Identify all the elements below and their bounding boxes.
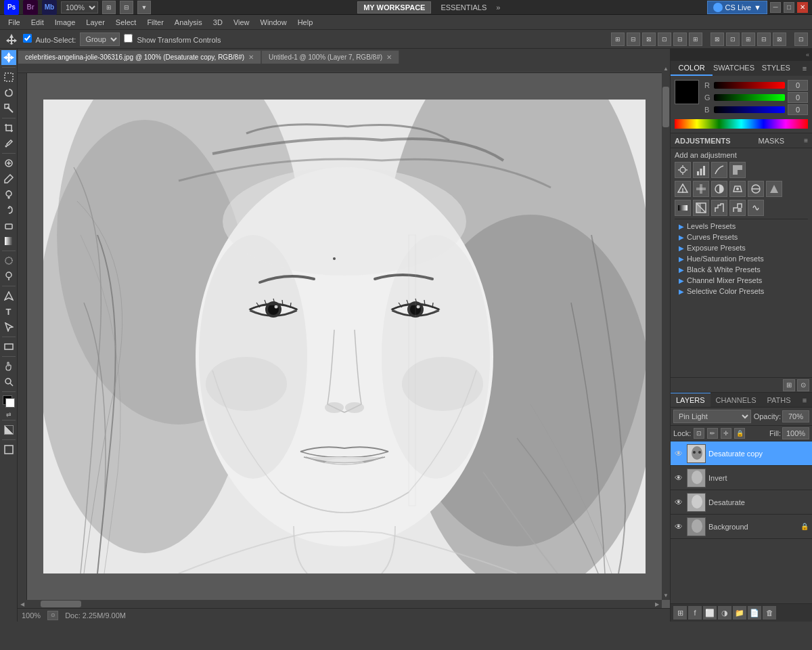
cs-live-button[interactable]: CS Live ▼ [707, 1, 767, 14]
marquee-tool[interactable] [1, 70, 16, 85]
gradient-adj-icon[interactable] [675, 200, 691, 216]
panel-collapse-icon[interactable]: « [806, 51, 809, 58]
lasso-tool[interactable] [1, 85, 16, 100]
menu-3d[interactable]: 3D [208, 17, 228, 28]
color-panel-menu-btn[interactable]: ≡ [797, 61, 812, 76]
scroll-left-btn[interactable]: ◀ [18, 600, 27, 608]
tab-paths[interactable]: PATHS [762, 393, 796, 407]
align-right-icon[interactable]: ⊠ [642, 32, 656, 46]
fill-input[interactable] [782, 427, 809, 439]
auto-select-checkbox[interactable] [23, 34, 32, 43]
spectrum-bar[interactable] [675, 119, 808, 129]
swap-colors[interactable]: ⇄ [6, 411, 12, 418]
invert-adj-icon[interactable] [693, 200, 709, 216]
curves-adj-icon[interactable] [711, 162, 727, 178]
panel-eye-icon[interactable]: ⊙ [797, 379, 809, 391]
align-top-icon[interactable]: ⊡ [658, 32, 671, 46]
eyedropper-tool[interactable] [1, 136, 16, 151]
h-scrollbar[interactable]: ◀ ▶ [18, 600, 662, 608]
align-center-h-icon[interactable]: ⊟ [627, 32, 640, 46]
align-bottom-icon[interactable]: ⊞ [689, 32, 702, 46]
move-tool[interactable] [1, 50, 16, 65]
fg-bg-colors[interactable] [1, 394, 16, 409]
panel-link-icon[interactable]: ⊞ [783, 379, 795, 391]
lock-paint-icon[interactable]: ✏ [707, 428, 718, 439]
spot-healing-tool[interactable] [1, 156, 16, 171]
tab-styles[interactable]: STYLES [755, 61, 797, 76]
my-workspace-button[interactable]: MY WORKSPACE [357, 1, 431, 14]
crop-tool[interactable] [1, 121, 16, 135]
layer-desaturate-copy[interactable]: 👁 Desaturate copy [671, 441, 812, 466]
selectivecolor-adj-icon[interactable] [766, 181, 782, 197]
tab-angelina[interactable]: celebrities-angelina-jolie-306316.jpg @ … [18, 50, 261, 64]
quick-mask-tool[interactable] [1, 422, 16, 437]
adjustments-menu-btn[interactable]: ≡ [804, 137, 808, 144]
v-scrollbar[interactable]: ▲ ▼ [662, 64, 670, 600]
b-value-input[interactable] [788, 104, 808, 115]
colorbalance-adj-icon[interactable] [693, 181, 709, 197]
br-logo[interactable]: Br [23, 0, 38, 15]
auto-align-icon[interactable]: ⊡ [794, 32, 808, 46]
text-tool[interactable]: T [1, 304, 16, 319]
menu-edit[interactable]: Edit [26, 17, 49, 28]
tab-channels[interactable]: CHANNELS [710, 393, 762, 407]
menu-filter[interactable]: Filter [141, 17, 168, 28]
exposure-adj-icon[interactable] [729, 162, 746, 178]
layer-visibility-desaturate-copy[interactable]: 👁 [673, 448, 684, 459]
adj-levels-presets[interactable]: ▶ Levels Presets [675, 221, 808, 232]
r-value-input[interactable] [788, 80, 808, 91]
new-adj-layer-btn[interactable]: ◑ [718, 606, 731, 620]
extend-btn[interactable]: » [496, 3, 500, 12]
hand-tool[interactable] [1, 359, 16, 374]
scroll-up-btn[interactable]: ▲ [662, 64, 670, 73]
layer-visibility-invert[interactable]: 👁 [673, 473, 684, 483]
menu-help[interactable]: Help [292, 17, 319, 28]
maximize-button[interactable]: □ [784, 2, 794, 13]
extras-icon[interactable]: ▼ [137, 1, 151, 14]
lock-all-icon[interactable]: 🔒 [734, 428, 745, 439]
tab-close-angelina[interactable]: ✕ [248, 53, 254, 61]
show-transform-checkbox[interactable] [124, 34, 133, 43]
adj-huesat-presets[interactable]: ▶ Hue/Saturation Presets [675, 253, 808, 264]
canvas-content[interactable] [27, 73, 662, 600]
delete-layer-btn[interactable]: 🗑 [763, 606, 776, 620]
zoom-tool[interactable] [1, 374, 16, 389]
masks-tab[interactable]: MASKS [759, 137, 785, 145]
eraser-tool[interactable] [1, 218, 16, 233]
layers-panel-menu-btn[interactable]: ≡ [797, 393, 812, 408]
history-brush-tool[interactable] [1, 202, 16, 217]
lock-transparent-icon[interactable]: ⊡ [694, 428, 704, 439]
tab-color[interactable]: COLOR [671, 61, 713, 76]
auto-select-dropdown[interactable]: Group Layer [80, 32, 120, 46]
add-mask-btn[interactable]: ⬜ [703, 606, 717, 620]
layer-visibility-background[interactable]: 👁 [673, 521, 684, 532]
distribute-v-icon[interactable]: ⊡ [726, 32, 740, 46]
distribute-gap-v-icon[interactable]: ⊟ [757, 32, 771, 46]
blend-mode-dropdown[interactable]: Pin Light Normal Multiply Screen Overlay… [673, 410, 751, 423]
dodge-tool[interactable] [1, 269, 16, 284]
g-slider[interactable] [714, 94, 785, 101]
gradient-tool[interactable] [1, 234, 16, 248]
scroll-down-btn[interactable]: ▼ [662, 590, 670, 600]
layer-desaturate[interactable]: 👁 Desaturate [671, 490, 812, 515]
b-slider[interactable] [714, 106, 785, 113]
huesat-adj-icon[interactable] [675, 181, 691, 197]
scroll-right-btn[interactable]: ▶ [652, 600, 662, 608]
threshold-adj-icon[interactable] [729, 200, 746, 216]
zoom-select[interactable]: 100% 50% 200% [61, 1, 98, 14]
path-selection-tool[interactable] [1, 320, 16, 334]
layer-invert[interactable]: 👁 Invert [671, 466, 812, 490]
layer-visibility-desaturate[interactable]: 👁 [673, 497, 684, 508]
adj-bw-presets[interactable]: ▶ Black & White Presets [675, 264, 808, 275]
menu-view[interactable]: View [228, 17, 255, 28]
lock-position-icon[interactable]: ✛ [721, 428, 731, 439]
brush-tool[interactable] [1, 171, 16, 186]
shape-tool[interactable] [1, 339, 16, 354]
adj-selectivecolor-presets[interactable]: ▶ Selective Color Presets [675, 286, 808, 297]
arrange-icon[interactable]: ⊟ [120, 1, 133, 14]
distribute-gap-h-icon[interactable]: ⊞ [742, 32, 755, 46]
screen-mode-tool[interactable] [1, 442, 16, 457]
mb-logo[interactable]: Mb [42, 0, 57, 15]
zoom-preview-btn[interactable]: ⊙ [47, 611, 58, 620]
minimize-button[interactable]: ─ [770, 2, 781, 13]
